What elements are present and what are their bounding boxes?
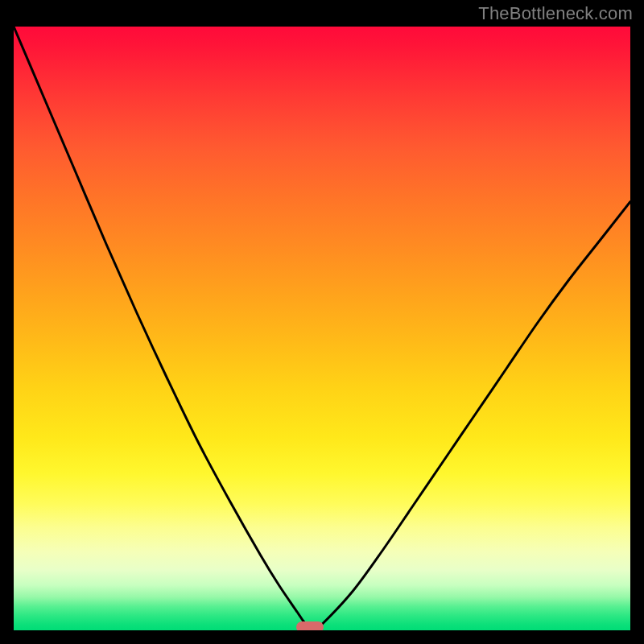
curve-layer bbox=[14, 27, 630, 630]
chart-frame bbox=[11, 24, 633, 633]
optimal-point-marker bbox=[296, 621, 324, 630]
bottleneck-curve bbox=[14, 27, 630, 628]
plot-area bbox=[14, 27, 630, 630]
watermark-text: TheBottleneck.com bbox=[478, 3, 633, 24]
